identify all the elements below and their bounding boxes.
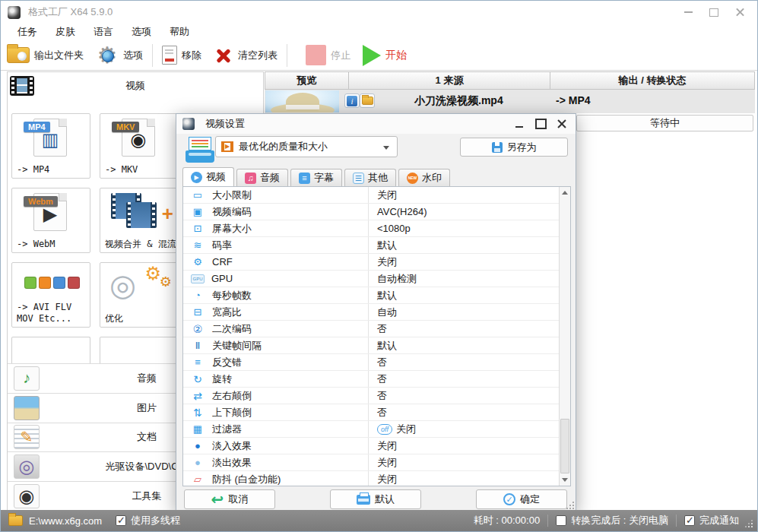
output-folder-button[interactable]: 输出文件夹 bbox=[1, 42, 90, 69]
clear-list-button[interactable]: 清空列表 bbox=[208, 42, 284, 69]
output-path[interactable]: E:\www.x6g.com bbox=[29, 515, 102, 527]
ok-button[interactable]: ✓ 确定 bbox=[476, 489, 567, 509]
dialog-maximize-icon[interactable] bbox=[530, 114, 551, 134]
setting-label: 屏幕大小 bbox=[212, 222, 252, 236]
cancel-button[interactable]: ↩ 取消 bbox=[184, 489, 275, 509]
shutdown-label: 转换完成后 : 关闭电脑 bbox=[571, 514, 668, 527]
setting-row-12[interactable]: ⇄左右颠倒否 bbox=[183, 388, 570, 404]
preset-tray-icon bbox=[186, 137, 214, 163]
default-button[interactable]: 默认 bbox=[330, 489, 421, 509]
stabilize-icon: ▱ bbox=[190, 473, 205, 485]
media-info-button[interactable]: i bbox=[344, 93, 360, 108]
tab-0[interactable]: ▶视频 bbox=[182, 167, 234, 186]
setting-row-10[interactable]: ≡反交错否 bbox=[183, 354, 570, 371]
maximize-icon[interactable] bbox=[701, 1, 727, 24]
tab-label: 水印 bbox=[422, 171, 442, 185]
shutdown-checkbox[interactable] bbox=[556, 515, 566, 526]
menu-item-0[interactable]: 任务 bbox=[8, 24, 46, 40]
stop-button[interactable]: 停止 bbox=[300, 42, 357, 69]
setting-row-13[interactable]: ⇅上下颠倒否 bbox=[183, 404, 570, 421]
options-button[interactable]: ⚙ 选项 bbox=[90, 42, 149, 69]
title-bar: 格式工厂 X64 5.9.0 bbox=[1, 1, 757, 24]
aspect-ratio-icon: ⊟ bbox=[190, 306, 205, 318]
task-row[interactable]: i 小刀洗澡视频.mp4 -> MP4 bbox=[265, 90, 755, 113]
column-source[interactable]: 1 来源 bbox=[349, 71, 550, 90]
sidebar-card-1[interactable]: MKV◉-> MKV bbox=[100, 113, 179, 179]
setting-row-16[interactable]: ●淡出效果关闭 bbox=[183, 454, 570, 471]
close-icon[interactable] bbox=[727, 1, 753, 24]
sidebar-card-3[interactable]: +视频合并 & 混流 bbox=[100, 188, 179, 253]
dialog-minimize-icon[interactable] bbox=[509, 114, 530, 134]
crf-icon: ⚙ bbox=[190, 256, 205, 268]
format-badge: MKV bbox=[112, 122, 139, 132]
setting-value: <1080p bbox=[377, 223, 411, 234]
setting-row-1[interactable]: ▣视频编码AVC(H264) bbox=[183, 204, 570, 220]
setting-row-17[interactable]: ▱防抖 (白金功能)关闭 bbox=[183, 471, 570, 486]
open-folder-button[interactable] bbox=[360, 93, 375, 108]
setting-row-9[interactable]: ‖关键帧间隔默认 bbox=[183, 337, 570, 354]
webm-file-icon: Webm▶ bbox=[12, 192, 90, 231]
multithread-checkbox[interactable] bbox=[116, 515, 126, 526]
play-icon bbox=[363, 45, 381, 66]
sidebar-card-2[interactable]: Webm▶-> WebM bbox=[11, 188, 90, 253]
setting-row-3[interactable]: ≋码率默认 bbox=[183, 237, 570, 254]
multithread-label: 使用多线程 bbox=[131, 514, 180, 527]
setting-row-15[interactable]: ●淡入效果关闭 bbox=[183, 438, 570, 454]
tab-2[interactable]: ≡字幕 bbox=[290, 169, 342, 186]
tab-1[interactable]: ♫音频 bbox=[236, 169, 288, 186]
column-output-status[interactable]: 输出 / 转换状态 bbox=[550, 71, 755, 90]
setting-row-5[interactable]: GPUGPU自动检测 bbox=[183, 271, 570, 287]
remove-button[interactable]: 移除 bbox=[156, 42, 208, 69]
tab-3[interactable]: ☰其他 bbox=[344, 169, 396, 186]
output-folder-icon bbox=[7, 47, 30, 63]
setting-row-6[interactable]: ◔每秒帧数默认 bbox=[183, 287, 570, 304]
setting-row-11[interactable]: ↻旋转否 bbox=[183, 371, 570, 388]
gpu-icon: GPU bbox=[191, 274, 205, 283]
ok-label: 确定 bbox=[520, 492, 540, 506]
setting-value-text: 关闭 bbox=[377, 456, 397, 470]
default-preset-icon bbox=[357, 495, 370, 505]
setting-value: 关闭 bbox=[377, 439, 397, 453]
scroll-up-icon[interactable] bbox=[560, 187, 570, 198]
scrollbar-thumb[interactable] bbox=[560, 419, 569, 473]
settings-scrollbar[interactable] bbox=[559, 187, 570, 486]
output-path-folder-icon bbox=[8, 515, 23, 526]
dialog-close-icon[interactable] bbox=[551, 114, 572, 134]
start-button[interactable]: 开始 bbox=[357, 42, 413, 69]
optimize-icon: ◎⚙⚙ bbox=[100, 266, 178, 306]
preset-dropdown[interactable]: ▶ 最优化的质量和大小 bbox=[215, 136, 398, 157]
menu-item-3[interactable]: 选项 bbox=[122, 24, 160, 40]
setting-value: 否 bbox=[377, 372, 387, 386]
save-as-button[interactable]: 另存为 bbox=[460, 138, 568, 157]
sidebar-card-5[interactable]: ◎⚙⚙优化 bbox=[100, 262, 179, 328]
column-preview[interactable]: 预览 bbox=[265, 71, 349, 90]
status-badge: 等待中 bbox=[576, 115, 753, 131]
menu-item-4[interactable]: 帮助 bbox=[160, 24, 198, 40]
setting-row-0[interactable]: ▭大小限制关闭 bbox=[183, 187, 570, 204]
tab-4[interactable]: NEW水印 bbox=[398, 169, 450, 186]
file-page: MKV◉ bbox=[122, 119, 155, 157]
scroll-down-icon[interactable] bbox=[560, 474, 570, 486]
setting-row-7[interactable]: ⊟宽高比自动 bbox=[183, 304, 570, 321]
statusbar-resize-grip[interactable] bbox=[744, 518, 754, 529]
status-bar: E:\www.x6g.com 使用多线程 耗时 : 00:00:00 转换完成后… bbox=[1, 510, 757, 531]
sidebar-card-partial[interactable] bbox=[100, 337, 179, 367]
dialog-resize-grip[interactable] bbox=[566, 502, 574, 509]
setting-row-8[interactable]: ②二次编码否 bbox=[183, 321, 570, 337]
menu-item-2[interactable]: 语言 bbox=[84, 24, 122, 40]
remove-icon bbox=[162, 46, 177, 65]
setting-row-2[interactable]: ⊡屏幕大小<1080p bbox=[183, 220, 570, 237]
setting-label: 左右颠倒 bbox=[212, 389, 252, 403]
minimize-icon[interactable] bbox=[675, 1, 701, 24]
setting-label: 淡出效果 bbox=[212, 456, 252, 470]
sidebar-card-4[interactable]: -> AVI FLV MOV Etc... bbox=[11, 262, 90, 328]
menu-item-1[interactable]: 皮肤 bbox=[46, 24, 84, 40]
info-icon: i bbox=[347, 96, 357, 106]
sidebar-card-0[interactable]: MP4▥-> MP4 bbox=[11, 113, 90, 179]
video-section-header[interactable]: 视频 bbox=[8, 72, 263, 99]
notify-checkbox[interactable] bbox=[684, 515, 695, 526]
setting-row-4[interactable]: ⚙CRF关闭 bbox=[183, 254, 570, 271]
setting-row-14[interactable]: ▦过滤器off关闭 bbox=[183, 421, 570, 438]
clear-list-icon bbox=[214, 46, 233, 65]
sidebar-card-partial[interactable] bbox=[11, 337, 90, 367]
